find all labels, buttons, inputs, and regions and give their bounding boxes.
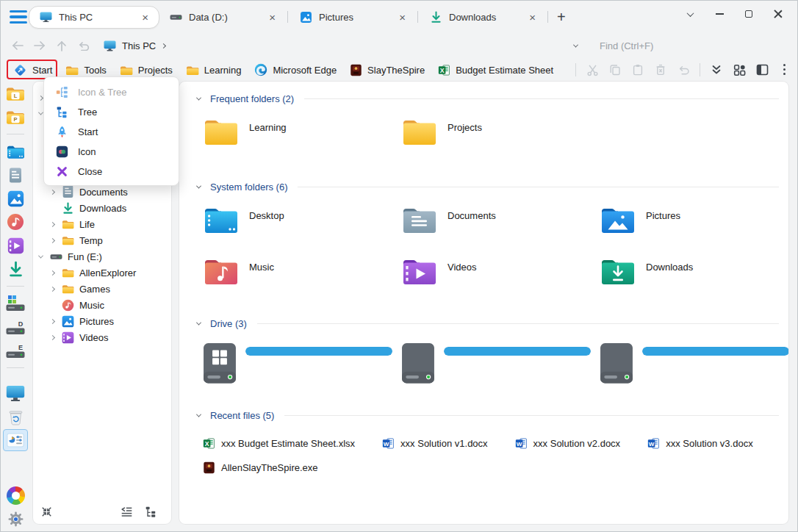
tree-item-fun-e[interactable]: Fun (E:): [33, 248, 171, 265]
folder-item-learning[interactable]: Learning: [203, 117, 401, 149]
rail-desktop[interactable]: [3, 140, 28, 162]
folder-item-projects[interactable]: Projects: [401, 117, 600, 149]
tab-data-d[interactable]: Data (D:) ×: [159, 6, 286, 29]
rail-control-panel[interactable]: [3, 429, 28, 451]
drive-item-data-d[interactable]: [401, 342, 600, 382]
breadcrumb[interactable]: This PC: [104, 40, 165, 51]
section-header-system-folders[interactable]: System folders (6): [179, 181, 779, 193]
main-menu-hamburger-icon[interactable]: [10, 10, 27, 24]
menu-item-close[interactable]: Close: [44, 162, 179, 181]
recent-file-allenslaythespire[interactable]: AllenSlayTheSpire.exe: [203, 461, 318, 474]
section-header-frequent-folders[interactable]: Frequent folders (2): [179, 93, 779, 104]
minimize-button[interactable]: [705, 4, 734, 24]
recent-file-solution-v1[interactable]: W xxx Solution v1.docx: [382, 437, 488, 450]
toolbar-item-learning[interactable]: Learning: [179, 62, 248, 79]
tab-pictures[interactable]: Pictures ×: [290, 6, 416, 29]
new-tab-button[interactable]: +: [550, 9, 573, 26]
history-back-button[interactable]: [73, 36, 95, 55]
side-panel-icon[interactable]: [755, 63, 769, 76]
tab-close-icon[interactable]: ×: [266, 10, 278, 24]
downloads-folder-icon: [600, 256, 636, 289]
tree-expanded-expander-icon[interactable]: [39, 107, 43, 118]
back-button[interactable]: [7, 36, 29, 55]
expand-toolbar-icon[interactable]: [710, 63, 723, 76]
forward-button[interactable]: [29, 36, 51, 55]
cut-icon[interactable]: [586, 63, 599, 76]
recent-file-solution-v3[interactable]: W xxx Solution v3.docx: [647, 437, 753, 450]
expander-icon[interactable]: [51, 320, 62, 323]
rail-folder-learning[interactable]: L: [3, 82, 28, 104]
find-options-chevron-icon[interactable]: [573, 42, 578, 47]
tree-item-downloads[interactable]: Downloads: [33, 200, 171, 216]
tree-item-videos[interactable]: Videos: [33, 329, 171, 345]
recent-file-solution-v2[interactable]: W xxx Solution v2.docx: [515, 437, 621, 450]
collapse-all-icon[interactable]: [40, 506, 54, 519]
tree-view-icon[interactable]: [145, 506, 158, 519]
rail-downloads[interactable]: [3, 258, 28, 280]
toolbar-item-slaythespire[interactable]: SlayTheSpire: [343, 61, 431, 79]
expander-icon[interactable]: [51, 190, 62, 194]
rail-videos[interactable]: [3, 234, 28, 256]
rail-settings[interactable]: [3, 508, 28, 530]
expander-icon[interactable]: [51, 336, 62, 339]
tree-item-pictures[interactable]: Pictures: [33, 313, 171, 329]
find-input[interactable]: [600, 40, 754, 51]
drive-item-system-c[interactable]: [203, 342, 401, 382]
breadcrumb-chevron-icon[interactable]: [161, 43, 166, 48]
rail-documents[interactable]: [3, 164, 28, 186]
tree-collapsed-expander-icon[interactable]: [39, 91, 43, 102]
undo-icon[interactable]: [677, 63, 690, 76]
rail-recycle-bin[interactable]: [3, 406, 28, 428]
section-header-drive[interactable]: Drive (3): [179, 318, 779, 329]
menu-item-icon[interactable]: Icon: [44, 142, 179, 162]
rail-drive-c[interactable]: [3, 292, 28, 314]
outdent-icon[interactable]: [121, 506, 134, 519]
tree-item-temp[interactable]: Temp: [33, 232, 171, 248]
folder-item-desktop[interactable]: Desktop: [203, 205, 401, 237]
maximize-button[interactable]: [734, 4, 763, 24]
rail-browser[interactable]: [3, 484, 28, 506]
folder-item-videos[interactable]: Videos: [401, 256, 600, 289]
folder-item-music[interactable]: Music: [203, 256, 401, 289]
expander-icon[interactable]: [51, 287, 62, 291]
folder-item-pictures[interactable]: Pictures: [600, 205, 788, 237]
copy-icon[interactable]: [608, 63, 622, 76]
toolbar-item-budget-estimate-sheet[interactable]: X Budget Estimate Sheet: [431, 61, 560, 79]
tree-item-games[interactable]: Games: [33, 281, 171, 297]
tree-item-allenexplorer[interactable]: AllenExplorer: [33, 265, 171, 281]
close-window-button[interactable]: [763, 4, 793, 24]
rail-drive-d[interactable]: D: [3, 316, 28, 338]
recent-file-budget-sheet[interactable]: X xxx Budget Estimate Sheet.xlsx: [203, 437, 355, 450]
expander-icon[interactable]: [51, 271, 62, 275]
tab-close-icon[interactable]: ×: [139, 10, 151, 24]
rail-music[interactable]: [3, 211, 28, 233]
tab-list-chevron-icon[interactable]: [675, 4, 705, 24]
tree-item-music[interactable]: Music: [33, 297, 171, 313]
tree-item-documents[interactable]: Documents: [33, 184, 171, 200]
paste-icon[interactable]: [631, 63, 644, 76]
delete-icon[interactable]: [654, 63, 667, 76]
rail-drive-e[interactable]: E: [3, 339, 28, 362]
expander-icon[interactable]: [51, 223, 62, 226]
more-options-kebab-icon[interactable]: [778, 63, 791, 76]
tab-close-icon[interactable]: ×: [396, 10, 409, 24]
up-button[interactable]: [51, 36, 73, 55]
toolbar-item-microsoft-edge[interactable]: Microsoft Edge: [248, 60, 343, 79]
folder-item-documents[interactable]: Documents: [401, 205, 600, 237]
menu-item-start[interactable]: Start: [44, 122, 179, 142]
rail-folder-projects[interactable]: P: [3, 106, 28, 128]
menu-item-icon-and-tree[interactable]: Icon & Tree: [44, 82, 179, 102]
layout-grid-icon[interactable]: [733, 63, 746, 76]
rail-pictures[interactable]: [3, 187, 28, 209]
tab-this-pc[interactable]: This PC ×: [29, 6, 159, 29]
tab-close-icon[interactable]: ×: [526, 10, 539, 24]
expander-icon[interactable]: [51, 239, 62, 242]
menu-item-tree[interactable]: Tree: [44, 102, 179, 122]
tree-item-life[interactable]: Life: [33, 216, 171, 232]
tab-downloads[interactable]: Downloads ×: [420, 6, 546, 29]
expander-icon[interactable]: [39, 255, 50, 259]
folder-item-downloads[interactable]: Downloads: [600, 256, 788, 289]
rail-this-pc[interactable]: [3, 382, 28, 404]
section-header-recent-files[interactable]: Recent files (5): [179, 410, 779, 421]
drive-item-fun-e[interactable]: [600, 342, 788, 382]
